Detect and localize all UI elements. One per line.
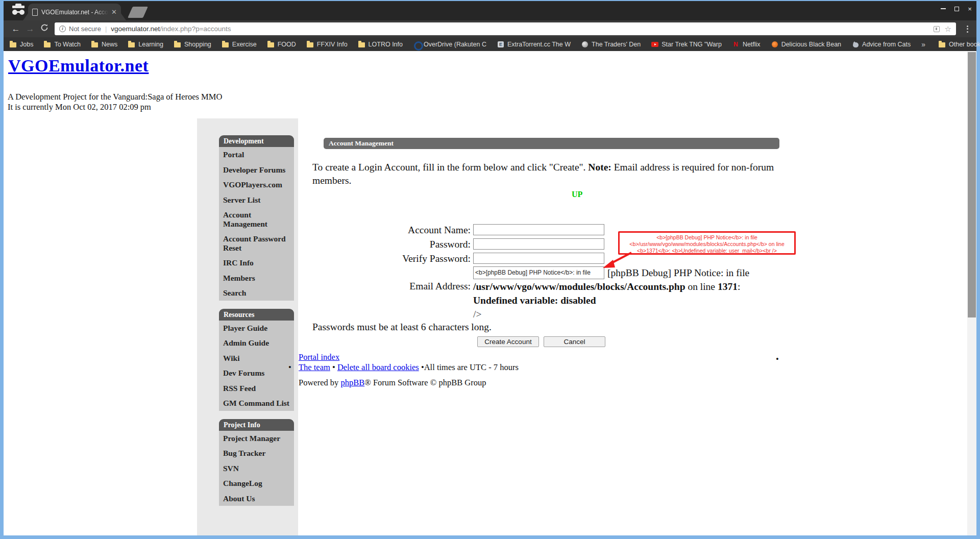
email-debug-input[interactable]: <b>[phpBB Debug] PHP Notice</b>: in file: [473, 266, 604, 279]
bookmark-item[interactable]: Exercise: [222, 41, 257, 48]
bookmark-item[interactable]: Advice from Cats: [852, 41, 911, 48]
bookmark-icon: [174, 41, 181, 47]
menu-section-development: Development PortalDeveloper ForumsVGOPla…: [219, 135, 294, 301]
forward-button[interactable]: →: [23, 24, 37, 34]
other-bookmarks-label: Other bookmarks: [949, 41, 980, 48]
menu-item[interactable]: Project Manager: [219, 431, 294, 446]
menu-item[interactable]: Search: [219, 285, 294, 301]
bookmarks-overflow-chevron[interactable]: »: [921, 40, 925, 48]
bookmark-item[interactable]: The Traders' Den: [581, 41, 641, 48]
note-label: Note:: [588, 162, 611, 173]
debug-text-line3: Undefined variable: disabled: [473, 294, 596, 307]
bookmark-icon: [222, 41, 229, 47]
bookmark-icon: [267, 41, 275, 47]
menu-item[interactable]: Bug Tracker: [219, 446, 294, 461]
browser-window: VGOEmulator.net - Acco ✕ × ← → i Not sec…: [4, 1, 976, 535]
bookmark-item[interactable]: FOOD: [267, 41, 296, 48]
back-button[interactable]: ←: [9, 24, 23, 34]
bookmark-item[interactable]: Netflix: [732, 41, 761, 48]
save-page-icon[interactable]: [934, 26, 940, 32]
menu-item[interactable]: Members: [219, 271, 294, 286]
bookmark-label: FFXIV Info: [317, 41, 348, 48]
powered-by: Powered by phpBB® Forum Software © phpBB…: [299, 378, 486, 388]
callout-line: <b>/usr/www/vgo/www/modules/blocks/Accou…: [620, 241, 794, 248]
menu-item[interactable]: Dev Forums: [219, 365, 294, 381]
list-bullet: •: [288, 362, 291, 373]
password-input[interactable]: [473, 238, 604, 250]
tab-close-icon[interactable]: ✕: [111, 8, 117, 16]
bookmark-label: The Traders' Den: [592, 41, 641, 48]
tab-title: VGOEmulator.net - Acco: [41, 9, 108, 16]
url-host: vgoemulator.net: [111, 25, 160, 33]
bookmark-label: Advice from Cats: [862, 41, 911, 48]
minimize-button[interactable]: [937, 1, 950, 16]
bookmark-label: Delicious Black Bean: [781, 41, 841, 48]
bookmarks-bar: Jobs To Watch News Learning Shopping: [4, 37, 976, 51]
bookmark-item[interactable]: FFXIV Info: [307, 41, 348, 48]
menu-item[interactable]: SVN: [219, 461, 294, 476]
bookmark-icon: [651, 41, 658, 47]
portal-index-link[interactable]: Portal index: [299, 352, 339, 362]
account-name-input[interactable]: [473, 224, 604, 235]
menu-item[interactable]: IRC Info: [219, 255, 294, 271]
create-account-button[interactable]: Create Account: [477, 336, 539, 347]
menu-item[interactable]: GM Command List: [219, 396, 294, 411]
up-link[interactable]: UP: [572, 190, 582, 199]
restore-icon: [954, 7, 959, 11]
verify-password-input[interactable]: [473, 253, 604, 264]
current-time: It is currently Mon Oct 02, 2017 02:09 p…: [8, 102, 151, 112]
browser-tab[interactable]: VGOEmulator.net - Acco ✕: [28, 4, 121, 20]
phpbb-link[interactable]: phpBB: [340, 378, 364, 387]
info-icon[interactable]: i: [59, 26, 66, 32]
stray-bullet: •: [776, 354, 779, 364]
site-tagline: A Development Project for the Vanguard:S…: [8, 92, 222, 102]
bookmark-item[interactable]: To Watch: [44, 41, 81, 48]
bookmark-item[interactable]: Star Trek TNG "Warp: [651, 41, 722, 48]
bookmark-item[interactable]: OverDrive (Rakuten C: [413, 41, 486, 48]
bookmark-icon: [497, 41, 504, 47]
bookmark-item[interactable]: Jobs: [10, 41, 33, 48]
bookmark-item[interactable]: Learning: [128, 41, 163, 48]
restore-button[interactable]: [950, 1, 963, 16]
bookmark-star-icon[interactable]: ☆: [945, 24, 951, 34]
bookmark-icon: [10, 41, 17, 47]
menu-dots-icon[interactable]: [963, 26, 971, 33]
menu-section-header: Development: [219, 135, 294, 147]
bookmark-item[interactable]: LOTRO Info: [358, 41, 403, 48]
omnibox[interactable]: i Not secure | vgoemulator.net/index.php…: [55, 22, 956, 35]
bookmark-item[interactable]: Delicious Black Bean: [771, 41, 841, 48]
not-secure-label: Not secure: [69, 25, 101, 33]
page-scrollbar[interactable]: [967, 51, 976, 535]
bookmark-item[interactable]: ExtraTorrent.cc The W: [497, 41, 571, 48]
the-team-link[interactable]: The team: [299, 362, 330, 372]
new-tab-button[interactable]: [128, 7, 148, 18]
bookmark-label: FOOD: [278, 41, 296, 48]
menu-item[interactable]: Account Password Reset: [219, 231, 294, 255]
window-controls: ×: [937, 1, 976, 16]
menu-item[interactable]: Portal: [219, 147, 294, 162]
cancel-button[interactable]: Cancel: [544, 336, 605, 347]
email-address-label: Email Address:: [317, 281, 471, 292]
menu-item[interactable]: VGOPlayers.com: [219, 177, 294, 192]
close-icon: ×: [968, 5, 972, 13]
menu-item[interactable]: Player Guide: [219, 321, 294, 336]
bookmark-item[interactable]: News: [91, 41, 117, 48]
reload-button[interactable]: [37, 23, 52, 34]
bookmark-icon: [413, 41, 421, 47]
bookmark-item[interactable]: Shopping: [174, 41, 211, 48]
other-bookmarks[interactable]: Other bookmarks: [939, 41, 980, 48]
menu-section-header: Resources: [219, 309, 294, 321]
scrollbar-thumb[interactable]: [968, 52, 976, 317]
menu-item[interactable]: Account Management: [219, 207, 294, 231]
bookmark-icon: [581, 41, 589, 47]
menu-item[interactable]: Wiki: [219, 351, 294, 366]
menu-item[interactable]: Server List: [219, 192, 294, 208]
close-button[interactable]: ×: [963, 1, 976, 16]
menu-item[interactable]: ChangeLog: [219, 476, 294, 491]
site-title-link[interactable]: VGOEmulator.net: [8, 56, 149, 76]
menu-item[interactable]: About Us: [219, 491, 294, 506]
delete-cookies-link[interactable]: Delete all board cookies: [337, 362, 419, 372]
menu-item[interactable]: RSS Feed: [219, 381, 294, 396]
menu-item[interactable]: Admin Guide: [219, 335, 294, 351]
menu-item[interactable]: Developer Forums: [219, 162, 294, 178]
